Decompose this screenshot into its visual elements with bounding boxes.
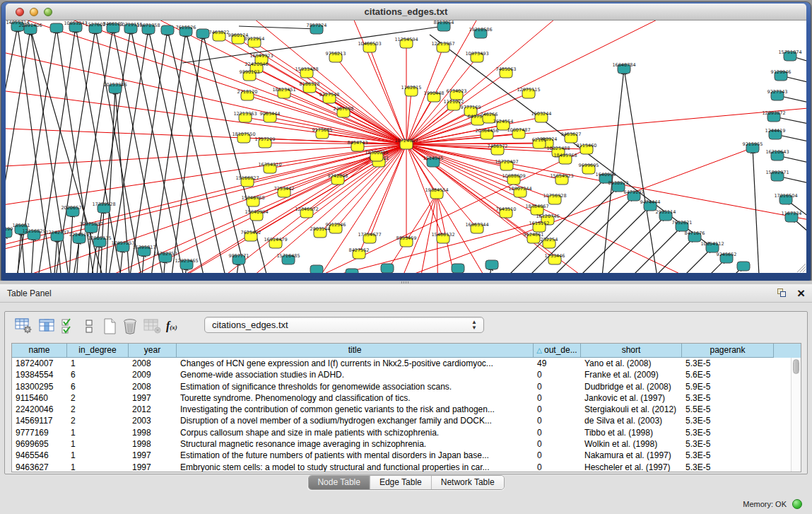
graph-node[interactable]	[310, 265, 323, 273]
graph-node-label: 8912954	[245, 36, 265, 42]
graph-node-label: 19756928	[543, 193, 566, 199]
graph-edge[interactable]	[30, 235, 34, 273]
graph-node-label: 15046768	[241, 195, 264, 201]
table-row[interactable]: 1938455462009Genome-wide association stu…	[12, 369, 791, 380]
graph-node-label: 9063444	[260, 111, 281, 117]
column-header-short[interactable]: short	[581, 344, 682, 358]
table-row[interactable]: 2242004622012Investigating the contribut…	[12, 404, 791, 415]
graph-node[interactable]	[196, 29, 209, 38]
graph-edge[interactable]	[406, 144, 500, 273]
graph-node[interactable]	[346, 269, 358, 273]
graph-node-label: 2803144	[310, 226, 331, 232]
column-header-in_degree[interactable]: in_degree	[67, 344, 129, 358]
table-cell: 5.3E-5	[682, 450, 774, 461]
sort-ascending-icon: △	[536, 346, 542, 354]
resize-grip-icon[interactable]	[797, 264, 806, 272]
graph-edge[interactable]	[599, 69, 624, 273]
import-table-icon[interactable]	[143, 318, 162, 334]
table-cell: 0	[534, 438, 581, 450]
delete-attribute-icon[interactable]	[122, 318, 139, 335]
graph-edge[interactable]	[147, 31, 186, 273]
graph-node[interactable]	[486, 260, 498, 269]
column-header-title[interactable]: title	[177, 344, 534, 358]
table-cell: 0	[534, 369, 581, 380]
show-columns-icon[interactable]	[39, 318, 56, 334]
graph-edge[interactable]	[512, 187, 618, 273]
column-header-out_de[interactable]: △out_de...	[534, 344, 581, 358]
table-row[interactable]: 969969511998Structural magnetic resonanc…	[12, 438, 791, 450]
graph-edge[interactable]	[57, 236, 64, 273]
divider-grip-icon[interactable]	[401, 281, 410, 284]
table-row[interactable]: 1830029562008Estimation of significance …	[12, 381, 791, 392]
network-canvas-svg[interactable]: 1405571420891406106532471527602846616110…	[6, 21, 806, 273]
graph-edge[interactable]	[148, 29, 211, 273]
toggle-rows-icon[interactable]	[84, 318, 94, 335]
window-titlebar[interactable]: citations_edges.txt	[6, 4, 806, 21]
graph-edge[interactable]	[406, 144, 539, 144]
table-cell: 5.5E-5	[682, 404, 774, 415]
graph-edge[interactable]	[370, 47, 406, 144]
scrollbar-thumb[interactable]	[793, 359, 799, 374]
table-settings-icon[interactable]	[15, 318, 33, 334]
table-cell: 2009	[129, 369, 177, 380]
close-window-button[interactable]	[16, 8, 24, 16]
graph-node-label: 8471676	[685, 230, 705, 236]
graph-edge[interactable]	[406, 144, 806, 226]
graph-node[interactable]	[737, 262, 750, 271]
table-cell: Dudbridge et al. (2008)	[581, 381, 682, 392]
network-canvas[interactable]: 1405571420891406106532471527602846616110…	[6, 21, 806, 273]
minimize-window-button[interactable]	[30, 8, 38, 16]
graph-edge[interactable]	[606, 247, 712, 273]
table-cell: 1997	[129, 450, 177, 461]
graph-node-label: 12142737	[45, 230, 69, 235]
column-header-name[interactable]: name	[12, 344, 67, 358]
column-header-year[interactable]: year	[129, 344, 177, 358]
tab-node-table[interactable]: Node Table	[308, 476, 370, 489]
table-cell: 5.9E-5	[682, 381, 774, 392]
graph-node-label: 16648784	[612, 62, 635, 68]
graph-node-label: 17354677	[358, 232, 381, 238]
close-panel-icon[interactable]: ×	[797, 285, 805, 302]
graph-node[interactable]	[50, 23, 63, 33]
select-columns-icon[interactable]	[61, 318, 77, 335]
float-panel-icon[interactable]	[777, 288, 787, 298]
graph-edge[interactable]	[6, 127, 406, 144]
graph-edge[interactable]	[239, 26, 317, 29]
tab-edge-table[interactable]: Edge Table	[370, 476, 432, 489]
graph-edge[interactable]	[68, 211, 73, 273]
function-builder-icon[interactable]: f(x)	[166, 320, 177, 332]
table-row[interactable]: 946554611997Estimation of the future num…	[12, 450, 791, 461]
table-selector-dropdown[interactable]: citations_edges.txt ▲▼	[204, 317, 484, 333]
table-row[interactable]: 1872400712008Changes of HCN gene express…	[12, 358, 791, 369]
graph-node-label: 22420046	[245, 62, 268, 67]
zoom-window-button[interactable]	[44, 8, 52, 16]
graph-node-label: 16782753	[153, 251, 177, 257]
tab-network-table[interactable]: Network Table	[432, 476, 504, 489]
graph-edge[interactable]	[406, 21, 712, 144]
column-header-pagerank[interactable]: pagerank	[682, 344, 774, 358]
graph-edge[interactable]	[52, 236, 57, 273]
graph-node[interactable]	[452, 264, 464, 273]
new-table-icon[interactable]	[102, 318, 118, 335]
table-row[interactable]: 977716911998Corpus callosum shape and si…	[12, 427, 791, 438]
table-row[interactable]: 1456911722003Disruption of a novel membe…	[12, 415, 791, 426]
graph-node-label: 9857771	[229, 253, 249, 259]
graph-node-label: 9115460	[577, 143, 597, 148]
graph-node-label: 8186328	[300, 81, 320, 87]
table-scrollbar[interactable]	[791, 358, 801, 472]
graph-node[interactable]	[381, 264, 394, 273]
graph-node-label: 15933488	[295, 66, 318, 72]
table-row[interactable]: 911546021997Tourette syndrome. Phenomeno…	[12, 392, 791, 404]
graph-edge[interactable]	[21, 229, 27, 273]
table-cell: Tourette syndrome. Phenomenology and cla…	[177, 392, 534, 404]
graph-node-label: 16914479	[264, 237, 287, 243]
table-panel-content: f(x) citations_edges.txt ▲▼ namein_degre…	[4, 311, 808, 474]
graph-node-label: 10466503	[358, 41, 381, 47]
table-row[interactable]: 946362711997Embryonic stem cells: a mode…	[12, 462, 791, 472]
graph-edge[interactable]	[406, 21, 500, 144]
graph-edge[interactable]	[126, 30, 167, 273]
graph-edge[interactable]	[16, 229, 21, 273]
graph-node[interactable]	[161, 25, 174, 35]
graph-edge[interactable]	[624, 69, 661, 273]
graph-node-label: 16210643	[765, 149, 789, 155]
